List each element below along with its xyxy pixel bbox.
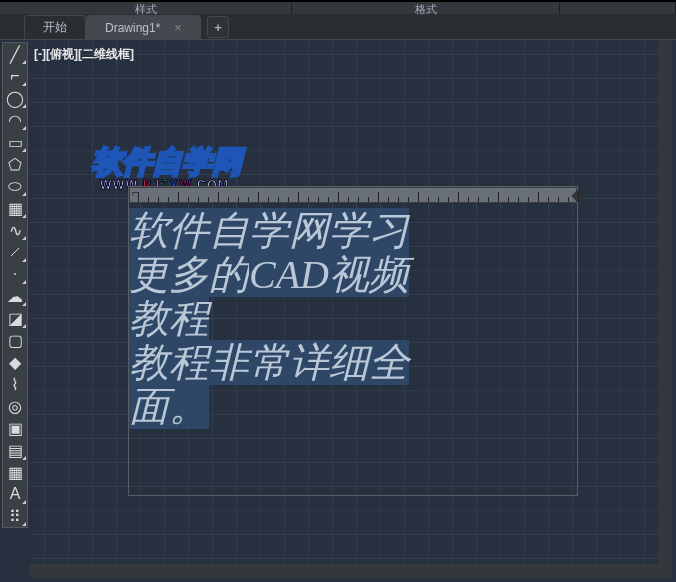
tool-arc[interactable]: ◠ bbox=[3, 109, 27, 131]
tool-donut[interactable]: ◎ bbox=[3, 395, 27, 417]
menu-spacer bbox=[560, 2, 676, 14]
tool-helix[interactable]: ⌇ bbox=[3, 373, 27, 395]
tool-circle[interactable]: ◯ bbox=[3, 87, 27, 109]
viewport-label[interactable]: [-][俯视][二维线框] bbox=[34, 46, 134, 63]
menu-style[interactable]: 样式 bbox=[0, 2, 292, 14]
new-tab-button[interactable]: + bbox=[207, 16, 229, 38]
tab-drawing1[interactable]: Drawing1* × bbox=[86, 15, 201, 39]
tool-polyline[interactable]: ⌐ bbox=[3, 65, 27, 87]
watermark-logo: 软件自学网 bbox=[92, 142, 242, 183]
tool-polygon[interactable]: ⬠ bbox=[3, 153, 27, 175]
tool-3dface[interactable]: ◆ bbox=[3, 351, 27, 373]
tool-ellipse[interactable]: ⬭ bbox=[3, 175, 27, 197]
tool-spline[interactable]: ∿ bbox=[3, 219, 27, 241]
tool-point[interactable]: · bbox=[3, 263, 27, 285]
tool-region[interactable]: ◪ bbox=[3, 307, 27, 329]
close-icon[interactable]: × bbox=[174, 20, 182, 35]
text-ruler[interactable]: ⌐ bbox=[129, 187, 577, 203]
text-body[interactable]: 软件自学网学习 更多的CAD视频 教程 教程非常详细全 面。 bbox=[129, 205, 577, 495]
tool-more[interactable]: ⠿ bbox=[3, 505, 27, 527]
menubar: 样式 格式 bbox=[0, 0, 676, 14]
tool-boundary[interactable]: ▣ bbox=[3, 417, 27, 439]
document-tabs: 开始 Drawing1* × + bbox=[0, 14, 676, 40]
tool-line[interactable]: ╱ bbox=[3, 43, 27, 65]
tool-rectangle[interactable]: ▭ bbox=[3, 131, 27, 153]
mtext-editor[interactable]: ⌐ 软件自学网学习 更多的CAD视频 教程 教程非常详细全 面。 bbox=[128, 186, 578, 496]
tool-wipeout[interactable]: ▢ bbox=[3, 329, 27, 351]
tool-text[interactable]: A bbox=[3, 483, 27, 505]
workspace: ╱⌐◯◠▭⬠⬭▦∿⟋·☁◪▢◆⌇◎▣▤▦A⠿ [-][俯视][二维线框] 软件自… bbox=[0, 40, 676, 582]
tool-hatch[interactable]: ▦ bbox=[3, 197, 27, 219]
draw-toolbar: ╱⌐◯◠▭⬠⬭▦∿⟋·☁◪▢◆⌇◎▣▤▦A⠿ bbox=[2, 42, 28, 528]
tool-revcloud[interactable]: ☁ bbox=[3, 285, 27, 307]
tool-construction[interactable]: ⟋ bbox=[3, 241, 27, 263]
tab-start[interactable]: 开始 bbox=[24, 15, 86, 39]
tool-table[interactable]: ▦ bbox=[3, 461, 27, 483]
tool-measure[interactable]: ▤ bbox=[3, 439, 27, 461]
menu-format[interactable]: 格式 bbox=[292, 2, 560, 14]
